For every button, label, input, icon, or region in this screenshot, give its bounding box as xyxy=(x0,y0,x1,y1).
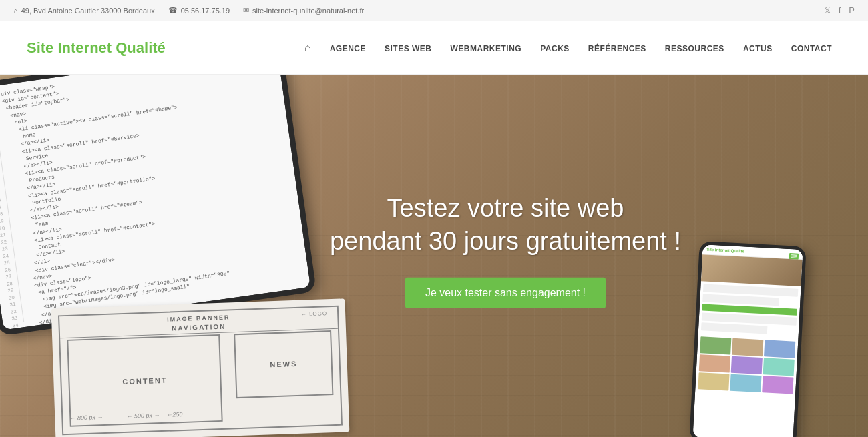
phone-hero-mini xyxy=(701,254,803,286)
nav-item-sites-web[interactable]: SITES WEB xyxy=(375,42,441,54)
facebook-icon[interactable]: f xyxy=(839,5,841,15)
nav-link-contact[interactable]: CONTACT xyxy=(782,39,841,59)
phone-img-4 xyxy=(699,354,730,372)
wireframe-inner: IMAGE BANNER ← LOGO NAVIGATION CONTENT N… xyxy=(58,306,343,436)
hero-section: 1234567891011121314151617181920212223242… xyxy=(0,75,868,437)
nav-link-ressources[interactable]: RESSOURCES xyxy=(656,39,734,59)
nav-item-actus[interactable]: ACTUS xyxy=(734,42,782,54)
phone-mockup: Site Internet Qualité xyxy=(689,241,806,437)
home-nav-icon[interactable]: ⌂ xyxy=(295,37,320,59)
nav-link-agence[interactable]: AGENCE xyxy=(320,39,375,59)
nav-item-agence[interactable]: AGENCE xyxy=(320,42,375,54)
code-text: <div class="wrap"> <div id="content"> <h… xyxy=(0,75,302,321)
phone-img-5 xyxy=(731,356,763,374)
phone-screen: Site Internet Qualité xyxy=(693,244,803,437)
hero-title-line2: pendant 30 jours gratuitement ! xyxy=(330,227,681,255)
phone-text: 05.56.17.75.19 xyxy=(181,7,230,15)
twitter-icon[interactable]: 𝕏 xyxy=(824,5,831,15)
phone-img-8 xyxy=(730,374,761,392)
pinterest-icon[interactable]: P xyxy=(849,5,855,15)
nav-link-webmarketing[interactable]: WEBMARKETING xyxy=(441,39,531,59)
email-text: site-internet-qualite@natural-net.fr xyxy=(252,7,364,15)
top-bar-left: ⌂ 49, Bvd Antoine Gautier 33000 Bordeaux… xyxy=(13,6,824,15)
logo[interactable]: Site Internet Qualité xyxy=(27,39,295,57)
nav-item-references[interactable]: RÉFÉRENCES xyxy=(579,42,656,54)
phone-icon: ☎ xyxy=(168,6,178,15)
nav-link-actus[interactable]: ACTUS xyxy=(734,39,782,59)
phone-content-blocks xyxy=(698,281,801,340)
tablet-mockup: 1234567891011121314151617181920212223242… xyxy=(0,75,316,336)
wireframe-news-label: NEWS xyxy=(234,330,334,398)
nav-link-sites-web[interactable]: SITES WEB xyxy=(375,39,441,59)
email-icon: ✉ xyxy=(243,6,249,15)
wireframe-sketch: IMAGE BANNER ← LOGO NAVIGATION CONTENT N… xyxy=(51,298,350,437)
email-item: ✉ site-internet-qualite@natural-net.fr xyxy=(243,6,364,15)
hero-text-block: Testez votre site web pendant 30 jours g… xyxy=(330,191,681,308)
address-text: 49, Bvd Antoine Gautier 33000 Bordeaux xyxy=(21,7,155,15)
hero-title: Testez votre site web pendant 30 jours g… xyxy=(330,191,681,258)
address-item: ⌂ 49, Bvd Antoine Gautier 33000 Bordeaux xyxy=(13,7,155,15)
nav-link-references[interactable]: RÉFÉRENCES xyxy=(579,39,656,59)
nav-link-packs[interactable]: PACKS xyxy=(531,39,579,59)
home-icon: ⌂ xyxy=(13,7,18,15)
top-bar: ⌂ 49, Bvd Antoine Gautier 33000 Bordeaux… xyxy=(0,0,868,21)
phone-block-4 xyxy=(701,322,768,334)
hero-title-line1: Testez votre site web xyxy=(387,193,624,222)
tablet-screen: 1234567891011121314151617181920212223242… xyxy=(0,75,310,330)
phone-img-9 xyxy=(762,376,793,394)
wireframe-logo-label: ← LOGO xyxy=(301,310,328,317)
nav-menu: ⌂ AGENCE SITES WEB WEBMARKETING PACKS RÉ… xyxy=(295,42,841,54)
nav-item-webmarketing[interactable]: WEBMARKETING xyxy=(441,42,531,54)
phone-img-7 xyxy=(698,372,729,390)
phone-img-1 xyxy=(700,336,731,354)
phone-item: ☎ 05.56.17.75.19 xyxy=(168,6,230,15)
phone-img-2 xyxy=(732,338,763,356)
nav-item-contact[interactable]: CONTACT xyxy=(782,42,841,54)
social-icons: 𝕏 f P xyxy=(824,5,855,15)
phone-img-6 xyxy=(763,358,795,376)
navbar: Site Internet Qualité ⌂ AGENCE SITES WEB… xyxy=(0,21,868,75)
phone-img-3 xyxy=(764,340,795,358)
nav-item-packs[interactable]: PACKS xyxy=(531,42,579,54)
phone-image-grid xyxy=(695,335,798,396)
nav-item-ressources[interactable]: RESSOURCES xyxy=(656,42,734,54)
hero-cta-button[interactable]: Je veux tester sans engagement ! xyxy=(405,278,606,308)
code-editor: 1234567891011121314151617181920212223242… xyxy=(0,75,302,324)
nav-home[interactable]: ⌂ xyxy=(295,42,320,54)
